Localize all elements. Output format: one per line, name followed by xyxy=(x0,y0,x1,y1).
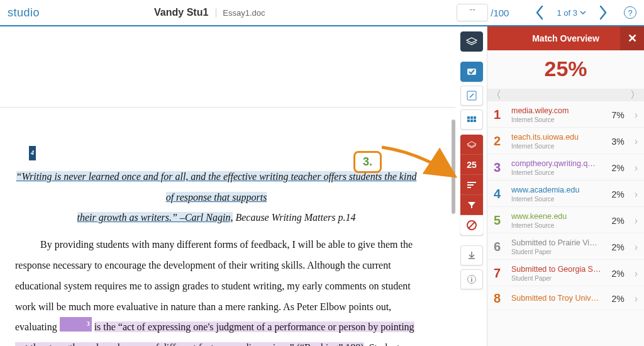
svg-rect-0 xyxy=(467,69,476,75)
source-nav-strip[interactable]: 〈 〉 xyxy=(487,89,644,101)
svg-rect-4 xyxy=(474,116,476,119)
svg-rect-10 xyxy=(467,187,471,188)
chevron-right-icon: › xyxy=(635,162,638,174)
svg-point-14 xyxy=(471,277,472,278)
similarity-layers-button[interactable] xyxy=(460,135,483,155)
svg-rect-15 xyxy=(471,279,472,282)
similarity-score-button[interactable]: 25 xyxy=(460,155,483,175)
student-name: Vandy Stu1 xyxy=(154,7,208,18)
chevron-right-icon: › xyxy=(635,189,638,200)
info-button[interactable] xyxy=(460,269,483,289)
source-row[interactable]: 7Submitted to Georgia S…Student Paper2%› xyxy=(487,260,644,286)
download-button[interactable] xyxy=(460,245,483,265)
body-paragraph: By providing students with many differen… xyxy=(15,235,418,346)
side-toolbar: 25 xyxy=(460,31,483,289)
match-overview-panel: Match Overview ✕ 25% 〈 〉 1media.wiley.co… xyxy=(487,26,644,346)
close-panel-button[interactable]: ✕ xyxy=(620,26,644,50)
download-icon xyxy=(467,251,476,260)
rubric-button[interactable] xyxy=(460,109,483,130)
all-sources-button[interactable] xyxy=(460,175,483,195)
overall-percent: 25% xyxy=(487,50,644,89)
svg-line-12 xyxy=(469,222,475,228)
doc-scrollbar[interactable] xyxy=(450,31,455,341)
callout-bubble: 3. xyxy=(353,151,382,173)
bars-icon xyxy=(467,181,477,189)
chevron-right-icon: › xyxy=(635,136,638,147)
chevron-right-icon: › xyxy=(635,293,638,304)
help-button[interactable]: ? xyxy=(624,6,636,19)
panel-header: Match Overview ✕ xyxy=(487,26,644,50)
source-row[interactable]: 6Submitted to Prairie Vi…Student Paper2%… xyxy=(487,233,644,260)
funnel-icon xyxy=(467,201,476,209)
filename-label: Essay1.doc xyxy=(216,8,265,18)
svg-rect-7 xyxy=(474,120,476,122)
layers-button[interactable] xyxy=(460,31,483,52)
source-row[interactable]: 8Submitted to Troy Univ…2%› xyxy=(487,286,644,310)
document-viewer: 4 “Writing is never learned once and for… xyxy=(0,26,487,346)
svg-rect-3 xyxy=(470,116,473,119)
callout-annotation: 3. xyxy=(353,140,462,184)
layers-icon xyxy=(466,141,477,148)
brand-label: studio xyxy=(8,6,40,20)
nav-right-icon[interactable]: 〉 xyxy=(630,89,640,102)
similarity-group: 25 xyxy=(460,135,483,235)
score-max-label: /100 xyxy=(491,8,509,18)
chevron-right-icon: › xyxy=(635,215,638,226)
score-box: -- /100 xyxy=(457,4,509,21)
layers-icon xyxy=(466,37,477,46)
nav-left-icon[interactable]: 〈 xyxy=(491,89,501,102)
svg-rect-6 xyxy=(470,120,473,122)
svg-rect-5 xyxy=(467,120,470,122)
chevron-right-icon: › xyxy=(635,268,638,279)
header-bar: studio Vandy Stu1 Essay1.doc -- /100 1 o… xyxy=(0,0,644,26)
svg-rect-8 xyxy=(467,182,476,183)
source-row[interactable]: 3comptheory.qwriting.q…Internet Source2%… xyxy=(487,154,644,181)
source-row[interactable]: 5www.keene.eduInternet Source2%› xyxy=(487,207,644,233)
chevron-right-icon: › xyxy=(635,242,638,253)
next-paper-button[interactable] xyxy=(597,4,609,21)
paper-nav: 1 of 3 xyxy=(534,4,609,21)
svg-rect-9 xyxy=(467,184,474,186)
grid-icon xyxy=(467,116,477,123)
highlight-source-4[interactable]: their growth as writers.” –Carl Nagin, xyxy=(77,212,233,223)
paper-indicator-dropdown[interactable]: 1 of 3 xyxy=(557,8,586,18)
prev-paper-button[interactable] xyxy=(534,4,545,21)
panel-title: Match Overview xyxy=(532,33,599,43)
compose-button[interactable] xyxy=(460,86,483,106)
svg-rect-2 xyxy=(467,116,470,119)
source-badge-4[interactable]: 4 xyxy=(29,146,36,160)
score-input[interactable]: -- xyxy=(457,4,488,21)
filter-button[interactable] xyxy=(460,195,483,215)
exclude-button[interactable] xyxy=(460,215,483,235)
caret-down-icon xyxy=(580,11,586,14)
source-list: 1media.wiley.comInternet Source7%› 2teac… xyxy=(487,101,644,346)
chevron-right-icon: › xyxy=(635,109,638,121)
callout-arrow-icon xyxy=(380,140,462,184)
highlight-source-3[interactable]: (“Ranking” 188) xyxy=(294,342,364,346)
check-icon xyxy=(467,68,477,75)
info-icon xyxy=(467,274,477,284)
source-row[interactable]: 2teach.its.uiowa.eduInternet Source3%› xyxy=(487,128,644,154)
source-badge-3[interactable]: 3 xyxy=(60,317,92,332)
paper-indicator-label: 1 of 3 xyxy=(557,8,577,18)
quickmarks-button[interactable] xyxy=(460,62,483,82)
quote-citation: Because Writing Matters p.14 xyxy=(233,212,355,223)
pencil-icon xyxy=(467,91,477,101)
source-row[interactable]: 1media.wiley.comInternet Source7%› xyxy=(487,101,644,128)
no-entry-icon xyxy=(466,220,477,231)
source-row[interactable]: 4www.academia.eduInternet Source2%› xyxy=(487,181,644,207)
